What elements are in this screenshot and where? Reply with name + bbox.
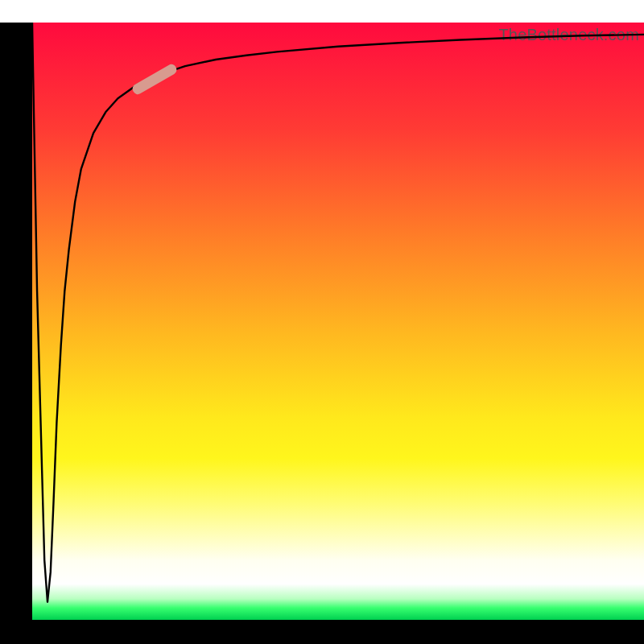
plot-area: TheBottleneck.com: [32, 23, 644, 620]
curve-marker: [130, 63, 178, 97]
main-curve: [32, 23, 644, 602]
top-white-bar: [0, 0, 644, 23]
chart-frame: TheBottleneck.com: [0, 0, 644, 644]
curve-layer: [32, 23, 644, 620]
